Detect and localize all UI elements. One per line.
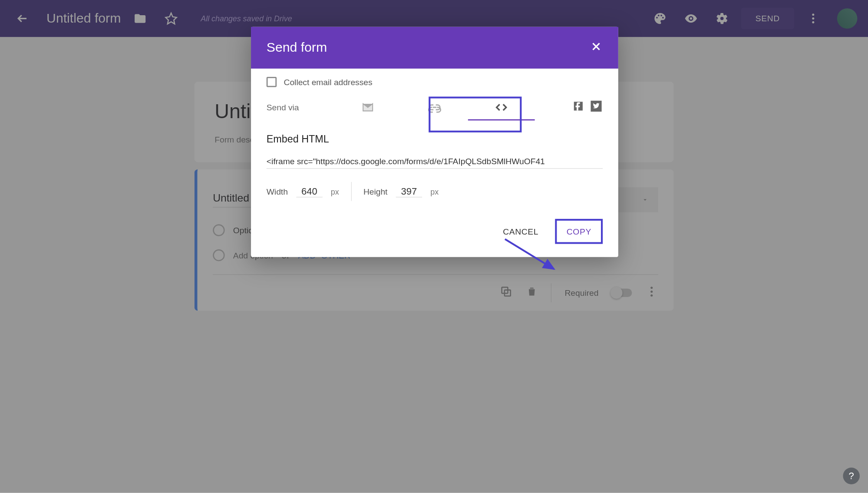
- embed-code-input[interactable]: [267, 154, 603, 169]
- width-label: Width: [267, 187, 288, 196]
- height-input[interactable]: [396, 186, 422, 197]
- send-form-dialog: Send form Collect email addresses Send v…: [251, 27, 618, 257]
- height-label: Height: [363, 187, 388, 196]
- facebook-icon[interactable]: [572, 99, 585, 115]
- px-suffix: px: [331, 187, 339, 196]
- tab-embed[interactable]: [468, 96, 535, 119]
- checkbox-icon[interactable]: [267, 77, 277, 87]
- px-suffix: px: [430, 187, 439, 196]
- copy-button[interactable]: COPY: [555, 219, 603, 244]
- send-via-label: Send via: [267, 103, 299, 112]
- close-icon[interactable]: [590, 40, 603, 56]
- tab-link[interactable]: [402, 96, 469, 119]
- help-button[interactable]: ?: [843, 467, 859, 484]
- dialog-title: Send form: [267, 40, 327, 56]
- collect-label: Collect email addresses: [284, 77, 373, 87]
- collect-emails-row[interactable]: Collect email addresses: [267, 77, 603, 87]
- tab-email[interactable]: [335, 96, 402, 119]
- embed-section-title: Embed HTML: [267, 134, 603, 146]
- twitter-icon[interactable]: [590, 99, 603, 115]
- cancel-button[interactable]: CANCEL: [493, 219, 548, 244]
- dialog-header: Send form: [251, 27, 618, 69]
- width-input[interactable]: [296, 186, 322, 197]
